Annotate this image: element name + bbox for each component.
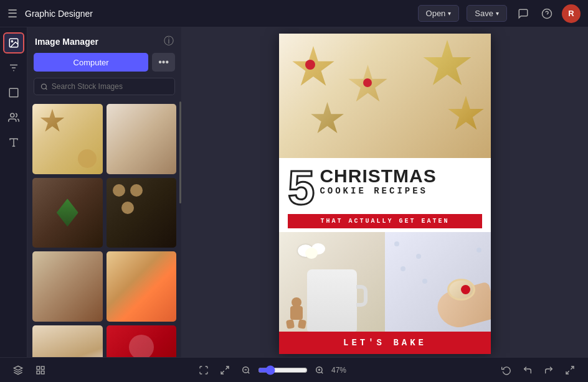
thumbnail-5[interactable] <box>32 251 103 322</box>
search-icon <box>40 83 48 91</box>
svg-point-11 <box>41 84 46 89</box>
canvas-red-banner: THAT ACTUALLY GET EATEN <box>288 214 482 228</box>
side-panel: Image Manager ⓘ Computer ••• <box>27 27 182 357</box>
svg-line-12 <box>45 88 47 89</box>
svg-line-25 <box>571 366 574 370</box>
chat-button[interactable] <box>514 5 532 22</box>
main-area: Image Manager ⓘ Computer ••• <box>0 27 588 357</box>
canvas-cta-text: LET'S BAKE <box>279 332 491 354</box>
zoom-controls: 47% <box>238 362 351 378</box>
images-tool-button[interactable] <box>3 32 24 54</box>
svg-rect-7 <box>9 88 18 97</box>
text-tool-button[interactable] <box>3 132 24 153</box>
topbar: ☰ Graphic Designer Open ▾ Save ▾ R <box>0 0 588 27</box>
save-chevron-icon: ▾ <box>496 10 499 17</box>
svg-rect-15 <box>41 366 44 370</box>
svg-line-19 <box>248 371 250 373</box>
refresh-button[interactable] <box>498 362 514 378</box>
computer-button[interactable]: Computer <box>34 53 148 72</box>
svg-line-26 <box>566 371 569 374</box>
scrollbar[interactable] <box>179 101 181 203</box>
icon-bar <box>0 27 27 357</box>
svg-point-8 <box>10 113 14 117</box>
bottom-right-tools <box>498 362 578 378</box>
info-icon[interactable]: ⓘ <box>164 35 174 48</box>
canvas-cookie-recipes-text: COOKIE RECIPES <box>320 185 436 198</box>
svg-rect-16 <box>37 371 40 374</box>
app-title: Graphic Designer <box>25 9 93 19</box>
topbar-icons: R <box>514 4 581 23</box>
canvas-christmas-text: CHRISTMAS <box>320 167 436 185</box>
canvas-area: 5 CHRISTMAS COOKIE RECIPES THAT ACTUALLY… <box>182 27 588 357</box>
thumbnail-4[interactable] <box>107 178 177 248</box>
side-panel-buttons: Computer ••• <box>27 53 181 78</box>
menu-icon[interactable]: ☰ <box>7 7 17 21</box>
more-options-button[interactable]: ••• <box>152 53 175 72</box>
svg-point-3 <box>11 40 12 42</box>
bottom-center-tools: 47% <box>196 362 351 378</box>
people-tool-button[interactable] <box>3 107 24 128</box>
help-button[interactable] <box>538 5 556 22</box>
bottom-toolbar: 47% <box>0 357 588 382</box>
svg-rect-14 <box>37 366 40 370</box>
side-panel-header: Image Manager ⓘ <box>27 27 181 53</box>
thumbnail-8[interactable] <box>107 325 177 358</box>
fullscreen-button[interactable] <box>562 362 578 378</box>
svg-marker-13 <box>14 366 22 370</box>
thumbnail-3[interactable] <box>32 178 103 248</box>
open-chevron-icon: ▾ <box>448 10 451 17</box>
bottom-left-tools <box>10 362 49 378</box>
image-grid <box>27 101 181 357</box>
open-button[interactable]: Open ▾ <box>418 5 460 22</box>
zoom-out-button[interactable] <box>238 362 254 378</box>
side-panel-title: Image Manager <box>35 37 98 47</box>
svg-rect-17 <box>41 371 44 374</box>
search-input[interactable] <box>52 82 168 91</box>
zoom-in-button[interactable] <box>311 362 328 378</box>
filters-tool-button[interactable] <box>3 57 24 78</box>
thumbnail-7[interactable] <box>32 325 103 358</box>
grid-button[interactable] <box>32 362 49 378</box>
svg-line-22 <box>321 371 323 373</box>
resize-button[interactable] <box>217 362 233 378</box>
thumbnail-2[interactable] <box>107 104 177 174</box>
thumbnail-1[interactable] <box>32 104 103 174</box>
canvas-big-number: 5 <box>288 163 315 212</box>
avatar[interactable]: R <box>562 4 581 23</box>
redo-button[interactable] <box>541 362 557 378</box>
canvas-wrapper[interactable]: 5 CHRISTMAS COOKIE RECIPES THAT ACTUALLY… <box>279 34 491 351</box>
thumbnail-6[interactable] <box>107 251 177 322</box>
save-button[interactable]: Save ▾ <box>467 5 507 22</box>
undo-button[interactable] <box>519 362 536 378</box>
search-bar <box>34 78 175 95</box>
zoom-slider[interactable] <box>258 365 308 375</box>
fit-page-button[interactable] <box>196 362 212 378</box>
layers-button[interactable] <box>10 362 26 378</box>
layers-tool-button[interactable] <box>3 82 24 103</box>
zoom-percent-label: 47% <box>331 366 351 375</box>
